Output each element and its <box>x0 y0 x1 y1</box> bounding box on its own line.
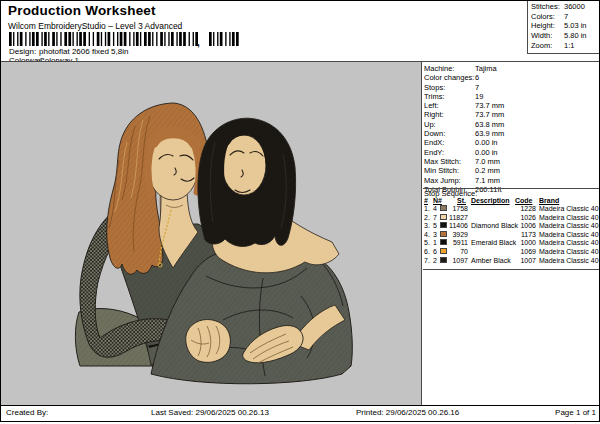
summary-row: Width: 5.80 in <box>528 31 600 41</box>
footer-printed: Printed: 29/06/2025 00.26.16 <box>356 408 459 417</box>
machine-info-panel: Machine: Tajima Color changes: 6 Stops: … <box>423 63 600 194</box>
footer-created-by: Created By: <box>6 408 48 417</box>
embroidery-design-two-women <box>1 62 421 405</box>
machine-row: Machine: Tajima <box>423 64 600 73</box>
design-canvas <box>1 62 422 405</box>
stop-sequence-header: # N# St. Description Code Brand <box>423 197 600 205</box>
thread-color-swatch <box>440 248 447 254</box>
thread-color-swatch <box>440 205 447 211</box>
stop-sequence-table: 1. 4 1758 1228 Madeira Classic 40 2. 7 1… <box>423 205 600 265</box>
stop-sequence-row: 3. 5 11406 Diamond Black 1006 Madeira Cl… <box>423 222 600 231</box>
machine-row: EndX: 0.00 in <box>423 138 600 147</box>
design-label: Design: <box>9 47 36 56</box>
summary-row: Colors: 7 <box>528 12 600 22</box>
machine-row: EndY: 0.00 in <box>423 148 600 157</box>
col-header-code: Code <box>515 197 533 204</box>
summary-box: Stitches: 36000 Colors: 7 Height: 5.03 i… <box>527 1 600 54</box>
summary-row: Height: 5.03 in <box>528 21 600 31</box>
footer-divider <box>1 405 600 406</box>
summary-row: Stitches: 36000 <box>528 2 600 12</box>
table-divider <box>423 269 600 270</box>
stop-sequence-row: 5. 1 5911 Emerald Black 1000 Madeira Cla… <box>423 239 600 248</box>
app-subtitle: Wilcom EmbroideryStudio – Level 3 Advanc… <box>8 21 182 31</box>
machine-row: Left: 73.7 mm <box>423 101 600 110</box>
stop-sequence-row: 6. 6 70 1069 Madeira Classic 40 <box>423 248 600 257</box>
thread-color-swatch <box>440 222 447 228</box>
thread-color-swatch <box>440 239 447 245</box>
stop-sequence-row: 7. 2 1097 Amber Black 1007 Madeira Class… <box>423 257 600 266</box>
machine-row: Max Jump: 7.1 mm <box>423 176 600 185</box>
col-header-desc: Description <box>471 197 510 204</box>
page-title: Production Worksheet <box>8 3 156 18</box>
col-header-num: # <box>424 197 428 204</box>
machine-row: Down: 63.9 mm <box>423 129 600 138</box>
footer-last-saved: Last Saved: 29/06/2025 00.26.13 <box>151 408 269 417</box>
barcode <box>9 32 239 46</box>
machine-row: Max Stitch: 7.0 mm <box>423 157 600 166</box>
machine-row: Stops: 7 <box>423 83 600 92</box>
stop-sequence-row: 4. 3 3929 1173 Madeira Classic 40 <box>423 231 600 240</box>
stop-sequence-row: 1. 4 1758 1228 Madeira Classic 40 <box>423 205 600 214</box>
thread-color-swatch <box>440 257 447 263</box>
stop-sequence-row: 2. 7 11827 1026 Madeira Classic 40 <box>423 214 600 223</box>
machine-row: Trims: 19 <box>423 92 600 101</box>
summary-row: Zoom: 1:1 <box>528 41 600 51</box>
footer-page-number: Page 1 of 1 <box>541 408 596 417</box>
design-row: Design: photoflat 2606 fixed 5,8in <box>1 47 301 56</box>
machine-row: Up: 63.8 mm <box>423 120 600 129</box>
col-header-st: St. <box>457 197 466 204</box>
machine-row: Min Stitch: 0.2 mm <box>423 166 600 175</box>
worksheet-page: Production Worksheet Wilcom EmbroiderySt… <box>0 0 600 422</box>
thread-color-swatch <box>440 214 447 220</box>
col-header-n: N# <box>433 197 442 204</box>
thread-color-swatch <box>440 231 447 237</box>
design-value: photoflat 2606 fixed 5,8in <box>39 47 128 56</box>
machine-row: Right: 73.7 mm <box>423 110 600 119</box>
machine-row: Color changes: 6 <box>423 73 600 82</box>
col-header-brand: Brand <box>539 197 559 204</box>
